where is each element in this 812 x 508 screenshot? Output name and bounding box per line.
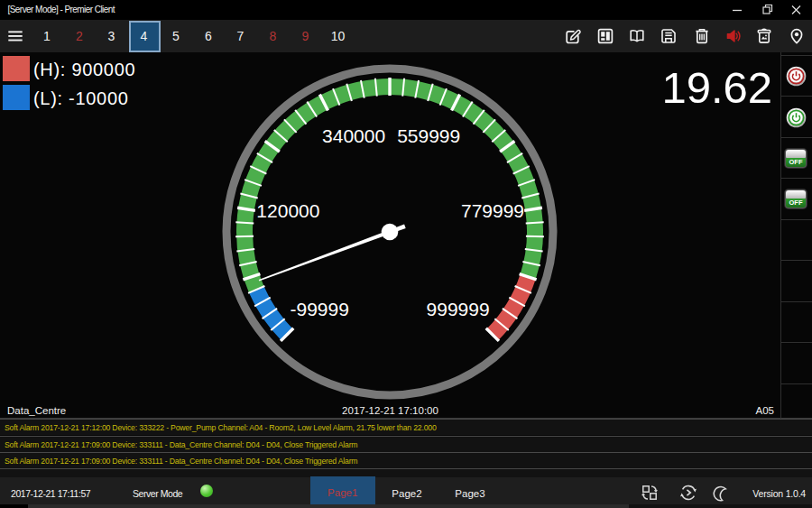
svg-text:340000: 340000 bbox=[322, 125, 385, 146]
svg-text:999999: 999999 bbox=[427, 299, 490, 319]
svg-text:559999: 559999 bbox=[397, 125, 460, 146]
svg-text:120000: 120000 bbox=[256, 200, 319, 221]
svg-text:-99999: -99999 bbox=[291, 299, 349, 319]
svg-text:779999: 779999 bbox=[461, 200, 524, 221]
